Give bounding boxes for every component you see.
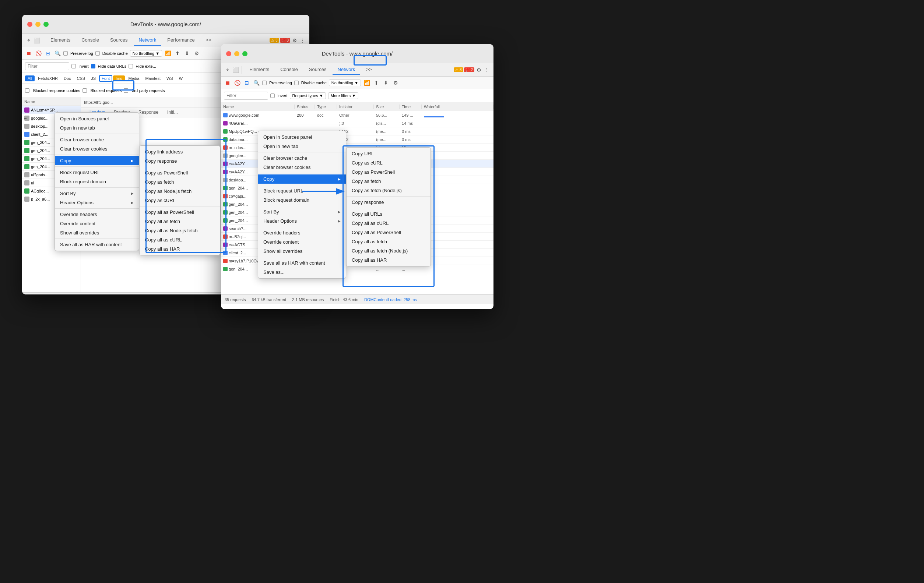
clear-icon-2[interactable]: 🚫 — [233, 79, 241, 87]
menu2-open-tab[interactable]: Open in new tab — [258, 142, 346, 151]
filter-icon[interactable]: ⊟ — [44, 50, 51, 57]
type-css[interactable]: CSS — [74, 76, 88, 81]
menu-item-clear-cache[interactable]: Clear browser cache — [55, 135, 139, 144]
menu2-save-as[interactable]: Save as... — [258, 268, 346, 277]
blocked-resp-cb[interactable] — [25, 88, 30, 93]
menu-item-block-url[interactable]: Block request URL — [55, 168, 139, 177]
sub2-copy-all-urls[interactable]: Copy all URLs — [346, 209, 431, 219]
menu2-open-sources[interactable]: Open in Sources panel — [258, 132, 346, 142]
type-w[interactable]: W — [177, 76, 185, 81]
close-button[interactable] — [27, 22, 32, 27]
maximize-button-2[interactable] — [243, 51, 248, 56]
more-icon-2[interactable]: ⋮ — [483, 66, 490, 74]
clear-icon[interactable]: 🚫 — [35, 50, 42, 57]
tab2-sources[interactable]: Sources — [304, 64, 332, 75]
filter-input-1[interactable] — [25, 62, 69, 70]
tab-console[interactable]: Console — [76, 35, 104, 46]
menu2-clear-cookies[interactable]: Clear browser cookies — [258, 163, 346, 172]
sub2-copy-all-fetch[interactable]: Copy all as fetch — [346, 237, 431, 246]
tab2-elements[interactable]: Elements — [244, 64, 274, 75]
menu-item-save-har[interactable]: Save all as HAR with content — [55, 240, 139, 249]
menu-item-block-domain[interactable]: Block request domain — [55, 177, 139, 186]
invert-cb[interactable] — [71, 64, 76, 68]
sub2-copy-all-har[interactable]: Copy all as HAR — [346, 255, 431, 265]
type-manifest[interactable]: Manifest — [142, 76, 163, 81]
sub2-copy-all-powershell[interactable]: Copy all as PowerShell — [346, 228, 431, 237]
preserve-log-cb-2[interactable] — [262, 81, 267, 85]
tab-network[interactable]: Network — [134, 35, 162, 46]
sub2-copy-all-curl[interactable]: Copy all as cURL — [346, 219, 431, 228]
device-icon-2[interactable]: ⬜ — [232, 66, 239, 74]
filter-input-2[interactable] — [224, 92, 268, 100]
menu2-copy[interactable]: Copy ▶ — [258, 175, 346, 184]
menu-item-show-overrides[interactable]: Show all overrides — [55, 228, 139, 237]
th-initiator[interactable]: Initiator — [337, 105, 374, 109]
sub2-copy-response[interactable]: Copy response — [346, 198, 431, 207]
settings-icon-2[interactable]: ⚙ — [475, 66, 482, 74]
th-size[interactable]: Size — [374, 105, 399, 109]
download-icon[interactable]: ⬇ — [183, 50, 191, 57]
type-fetch[interactable]: Fetch/XHR — [35, 76, 60, 81]
type-doc[interactable]: Doc — [61, 76, 74, 81]
settings-icon-1[interactable]: ⚙ — [291, 37, 298, 44]
cursor-icon[interactable]: ⌖ — [25, 37, 32, 44]
maximize-button[interactable] — [43, 22, 49, 27]
menu2-save-har[interactable]: Save all as HAR with content — [258, 259, 346, 268]
sub2-copy-powershell[interactable]: Copy as PowerShell — [346, 168, 431, 177]
menu2-show-overrides[interactable]: Show all overrides — [258, 247, 346, 256]
minimize-button[interactable] — [35, 22, 41, 27]
more-filters-dropdown[interactable]: More filters ▼ — [328, 92, 358, 99]
type-ws[interactable]: WS — [164, 76, 176, 81]
submenu-copy-fetch[interactable]: Copy as fetch — [140, 178, 220, 187]
stop-icon-2[interactable]: ⏹ — [224, 79, 231, 87]
menu-item-header-options[interactable]: Header Options ▶ — [55, 198, 139, 207]
th-waterfall[interactable]: Waterfall — [422, 105, 493, 109]
submenu-copy-curl[interactable]: Copy as cURL — [140, 196, 220, 205]
search-icon-2[interactable]: 🔍 — [252, 79, 260, 87]
sub2-copy-all-fetch-node[interactable]: Copy all as fetch (Node.js) — [346, 246, 431, 255]
search-icon[interactable]: 🔍 — [54, 50, 61, 57]
submenu-copy-all-curl[interactable]: Copy all as cURL — [140, 235, 220, 244]
tab2-network[interactable]: Network — [333, 64, 361, 75]
menu2-override-headers[interactable]: Override headers — [258, 228, 346, 237]
menu-item-override-content[interactable]: Override content — [55, 219, 139, 228]
third-party-cb[interactable] — [124, 88, 128, 93]
th-type[interactable]: Type — [315, 105, 337, 109]
tab-elements[interactable]: Elements — [45, 35, 76, 46]
sub2-copy-curl[interactable]: Copy as cURL — [346, 158, 431, 168]
type-img[interactable]: Img — [113, 76, 125, 81]
th-status[interactable]: Status — [295, 105, 315, 109]
menu-item-open-sources[interactable]: Open in Sources panel — [55, 114, 139, 123]
submenu-copy-all-ps[interactable]: Copy all as PowerShell — [140, 208, 220, 217]
disable-cache-cb[interactable] — [96, 51, 100, 56]
tab-more[interactable]: >> — [201, 35, 216, 46]
stop-icon[interactable]: ⏹ — [25, 50, 32, 57]
submenu-copy-powershell[interactable]: Copy as PowerShell — [140, 168, 220, 178]
type-font[interactable]: Font — [99, 75, 112, 82]
sub2-copy-url[interactable]: Copy URL — [346, 149, 431, 158]
cursor-icon-2[interactable]: ⌖ — [224, 66, 231, 74]
th-time[interactable]: Time — [399, 105, 422, 109]
submenu-copy-response[interactable]: Copy response — [140, 156, 220, 166]
request-types-dropdown[interactable]: Request types ▼ — [290, 92, 326, 99]
menu2-override-content[interactable]: Override content — [258, 237, 346, 247]
submenu-copy-nodejs[interactable]: Copy as Node.js fetch — [140, 187, 220, 196]
tab-performance[interactable]: Performance — [162, 35, 200, 46]
device-icon[interactable]: ⬜ — [33, 37, 41, 44]
table-row[interactable]: 4UaGrEl... ):0 (dis... 14 ms — [221, 119, 493, 127]
preserve-log-cb[interactable] — [63, 51, 68, 56]
throttle-dropdown-2[interactable]: No throttling ▼ — [329, 79, 361, 86]
menu-item-open-tab[interactable]: Open in new tab — [55, 123, 139, 132]
online-icon-2[interactable]: 📶 — [363, 79, 371, 87]
invert-cb-2[interactable] — [270, 94, 275, 98]
type-js[interactable]: JS — [88, 76, 98, 81]
menu-item-copy[interactable]: Copy ▶ — [55, 156, 139, 165]
type-all[interactable]: All — [25, 76, 35, 81]
upload-icon[interactable]: ⬆ — [174, 50, 181, 57]
upload-icon-2[interactable]: ⬆ — [373, 79, 380, 87]
tab2-console[interactable]: Console — [275, 64, 303, 75]
tab-initiator[interactable]: Initi... — [163, 107, 182, 118]
filter-icon-2[interactable]: ⊟ — [243, 79, 251, 87]
submenu-copy-all-har[interactable]: Copy all as HAR — [140, 244, 220, 254]
sub2-copy-fetch-node[interactable]: Copy as fetch (Node.js) — [346, 186, 431, 195]
